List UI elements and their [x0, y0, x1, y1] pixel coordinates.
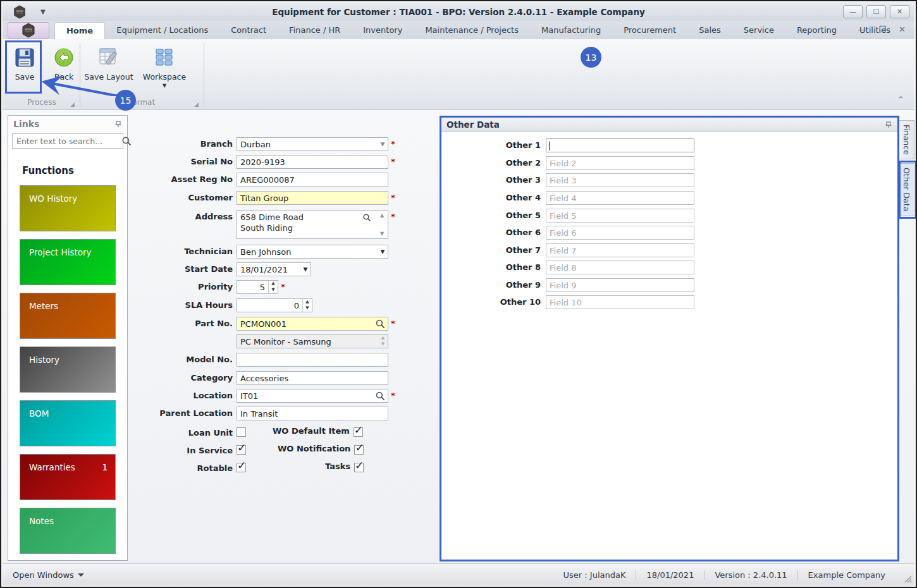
model-no-value[interactable]: [237, 355, 388, 365]
part-no-field[interactable]: [237, 317, 388, 331]
technician-value[interactable]: [237, 247, 378, 257]
other-5-input[interactable]: [546, 209, 694, 222]
other-7-input[interactable]: [546, 244, 694, 257]
other-1-field[interactable]: [546, 138, 694, 152]
other-3-input[interactable]: [546, 174, 694, 187]
wo-notification-checkbox[interactable]: [354, 445, 364, 455]
rotable-checkbox[interactable]: [237, 463, 246, 472]
asset-reg-no-value[interactable]: [237, 175, 388, 185]
maximize-button[interactable]: ☐: [866, 5, 886, 18]
priority-stepper[interactable]: ▲▼: [237, 280, 278, 294]
tab-manufacturing[interactable]: Manufacturing: [530, 22, 612, 39]
model-no-field[interactable]: [237, 353, 388, 367]
tasks-checkbox[interactable]: [354, 463, 364, 472]
serial-no-value[interactable]: [237, 157, 388, 167]
application-menu-button[interactable]: [8, 22, 49, 39]
function-button-history[interactable]: History: [20, 346, 116, 393]
tab-finance-hr[interactable]: Finance / HR: [278, 22, 352, 39]
search-icon[interactable]: [119, 135, 134, 147]
function-button-project-history[interactable]: Project History: [20, 239, 116, 285]
wo-default-item-checkbox[interactable]: [354, 427, 363, 437]
side-tab-other-data[interactable]: Other Data: [899, 163, 914, 216]
sla-hours-value[interactable]: [237, 301, 302, 310]
category-value[interactable]: [237, 374, 388, 383]
location-field[interactable]: [237, 389, 388, 403]
customer-value[interactable]: [237, 193, 388, 203]
mdi-restore-icon[interactable]: ❐: [878, 25, 886, 34]
start-date-value[interactable]: [237, 265, 300, 274]
tab-contract[interactable]: Contract: [219, 22, 278, 39]
customer-field[interactable]: [237, 191, 388, 205]
resize-grip[interactable]: [903, 574, 912, 583]
tab-equipment-locations[interactable]: Equipment / Locations: [105, 22, 219, 39]
other-8-field[interactable]: [546, 260, 694, 274]
function-button-warranties[interactable]: Warranties 1: [20, 454, 116, 500]
other-4-field[interactable]: [546, 191, 694, 205]
spin-down-icon[interactable]: ▼: [269, 287, 278, 293]
collapse-ribbon-icon[interactable]: ⌃: [897, 95, 904, 104]
tab-inventory[interactable]: Inventory: [352, 22, 414, 39]
technician-dropdown[interactable]: ▼: [237, 245, 388, 259]
back-button[interactable]: Back: [44, 42, 83, 96]
start-date-picker[interactable]: ▼: [237, 262, 311, 276]
other-9-input[interactable]: [546, 279, 694, 291]
in-service-checkbox[interactable]: [237, 445, 246, 455]
spin-up-icon[interactable]: ▲: [269, 281, 278, 287]
open-windows-button[interactable]: Open Windows: [13, 570, 84, 580]
workspace-button[interactable]: Workspace ▼: [142, 42, 187, 96]
address-field[interactable]: 658 Dime Road South Riding ▲ ▼: [237, 210, 388, 239]
other-6-field[interactable]: [546, 226, 694, 240]
category-field[interactable]: [237, 371, 388, 385]
save-button[interactable]: Save: [5, 42, 44, 96]
spin-down-icon[interactable]: ▼: [303, 305, 312, 312]
other-5-field[interactable]: [546, 209, 694, 223]
pin-icon[interactable]: [114, 120, 122, 128]
branch-value[interactable]: [237, 140, 378, 149]
branch-dropdown[interactable]: ▼: [237, 137, 388, 151]
loan-unit-checkbox[interactable]: [237, 427, 246, 437]
priority-value[interactable]: [237, 283, 268, 292]
part-no-value[interactable]: [237, 319, 372, 329]
other-2-field[interactable]: [546, 156, 694, 170]
other-6-input[interactable]: [546, 226, 694, 239]
parent-location-value[interactable]: [237, 409, 388, 419]
save-layout-button[interactable]: Save Layout: [86, 42, 132, 96]
side-tab-finance[interactable]: Finance: [899, 120, 914, 159]
tab-service[interactable]: Service: [732, 22, 785, 39]
other-1-input[interactable]: [546, 139, 694, 152]
location-value[interactable]: [237, 391, 372, 401]
sla-hours-stepper[interactable]: ▲▼: [237, 298, 312, 312]
close-button[interactable]: ✕: [890, 5, 909, 18]
tab-sales[interactable]: Sales: [687, 22, 732, 39]
scroll-up-icon[interactable]: ▲: [380, 212, 384, 218]
links-search-input[interactable]: [13, 137, 119, 146]
scroll-down-icon[interactable]: ▼: [380, 231, 384, 236]
tab-procurement[interactable]: Procurement: [612, 22, 687, 39]
minimize-button[interactable]: —: [843, 5, 863, 18]
parent-location-field[interactable]: [237, 407, 388, 420]
other-7-field[interactable]: [546, 243, 694, 257]
mdi-minimize-icon[interactable]: —: [858, 25, 866, 34]
other-10-field[interactable]: [546, 295, 694, 309]
pin-icon[interactable]: [885, 121, 892, 128]
other-10-input[interactable]: [546, 296, 694, 309]
tab-home[interactable]: Home: [54, 22, 105, 39]
serial-no-field[interactable]: [237, 155, 388, 169]
other-8-input[interactable]: [546, 261, 694, 274]
tab-reporting[interactable]: Reporting: [785, 22, 848, 39]
other-2-input[interactable]: [546, 157, 694, 169]
other-9-field[interactable]: [546, 278, 694, 292]
dialog-launcher-icon[interactable]: [194, 102, 199, 107]
search-icon[interactable]: [372, 318, 388, 329]
spin-up-icon[interactable]: ▲: [303, 299, 312, 305]
function-button-meters[interactable]: Meters: [20, 293, 116, 339]
tab-maintenance-projects[interactable]: Maintenance / Projects: [414, 22, 530, 39]
function-button-notes[interactable]: Notes: [20, 508, 116, 554]
asset-reg-no-field[interactable]: [237, 173, 388, 187]
mdi-close-icon[interactable]: ✕: [899, 25, 906, 34]
dialog-launcher-icon[interactable]: [70, 102, 75, 107]
search-icon[interactable]: [372, 390, 388, 401]
function-button-bom[interactable]: BOM: [20, 400, 116, 446]
other-3-field[interactable]: [546, 173, 694, 187]
function-button-wo-history[interactable]: WO History: [20, 185, 116, 231]
